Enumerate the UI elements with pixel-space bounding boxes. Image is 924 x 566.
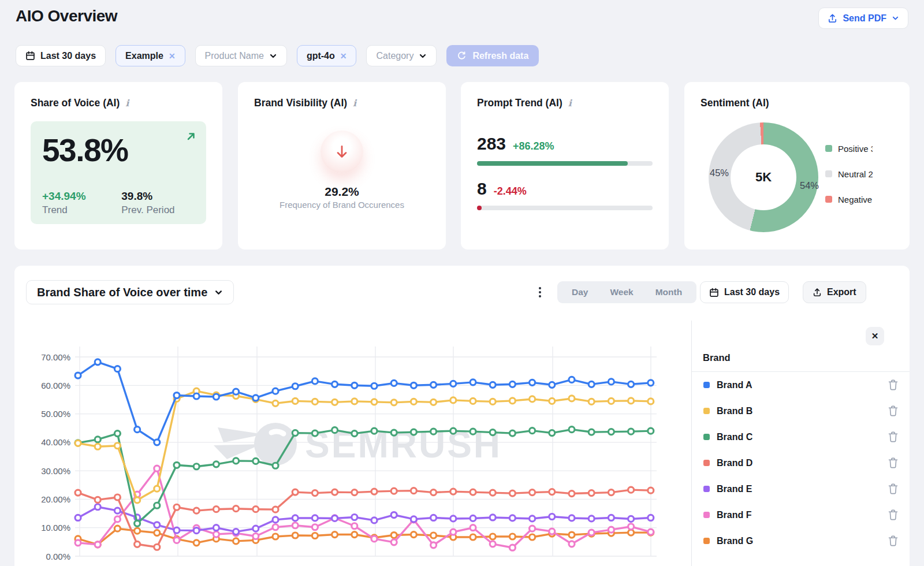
- neutral-percent-label: 45%: [710, 167, 729, 178]
- sentiment-total: 5K: [755, 170, 772, 185]
- product-name-dropdown[interactable]: Product Name: [195, 45, 287, 66]
- chevron-down-icon: [419, 52, 427, 60]
- delete-brand-button[interactable]: [888, 431, 898, 442]
- share-of-voice-card: Share of Voice (AI) i 53.8% +34.94% Tren…: [14, 82, 222, 250]
- chart-title-dropdown[interactable]: Brand Share of Voice over time: [26, 280, 234, 304]
- filter-chip-example[interactable]: Example ✕: [116, 45, 185, 66]
- brand-color-dot: [703, 512, 710, 518]
- trend-up-arrow-icon: [185, 131, 197, 144]
- chart-date-range-label: Last 30 days: [724, 287, 780, 297]
- legend-item-negative: Negative 3: [825, 193, 873, 206]
- delete-brand-button[interactable]: [888, 483, 898, 494]
- category-placeholder: Category: [376, 51, 413, 61]
- refresh-data-button[interactable]: Refresh data: [446, 45, 539, 66]
- send-pdf-label: Send PDF: [843, 13, 886, 24]
- brand-row: Brand E: [692, 476, 910, 502]
- export-label: Export: [827, 287, 856, 297]
- prev-period-label: Prev. Period: [121, 204, 174, 216]
- filter-bar: Last 30 days Example ✕ Product Name gpt-…: [16, 45, 539, 66]
- prompt-trend-card: Prompt Trend (AI) i 283 +86.28% 8 -2.44%: [461, 82, 669, 250]
- brand-row: Brand A: [692, 372, 910, 398]
- product-name-placeholder: Product Name: [205, 51, 264, 61]
- legend-label: Negative 3: [838, 195, 873, 204]
- tab-day[interactable]: Day: [561, 287, 599, 297]
- info-icon[interactable]: i: [568, 98, 572, 109]
- legend-item-positive: Positive 3: [825, 142, 873, 155]
- share-of-voice-value: 53.8%: [42, 132, 195, 169]
- neutral-dot: [825, 170, 832, 177]
- svg-text:20.00%: 20.00%: [41, 494, 70, 504]
- brand-color-dot: [703, 434, 710, 440]
- tab-week[interactable]: Week: [599, 287, 644, 297]
- svg-text:60.00%: 60.00%: [41, 381, 70, 390]
- info-icon[interactable]: i: [353, 98, 356, 109]
- remove-chip-icon[interactable]: ✕: [169, 51, 176, 61]
- calendar-icon: [709, 288, 719, 297]
- positive-dot: [825, 145, 832, 152]
- card-title: Prompt Trend (AI): [477, 97, 562, 109]
- trash-icon: [888, 509, 898, 520]
- brand-color-dot: [703, 538, 710, 544]
- chart-date-range-button[interactable]: Last 30 days: [700, 281, 789, 303]
- brand-visibility-card: Brand Visibility (AI) i 29.2% Frequency …: [238, 82, 446, 250]
- share-of-voice-tile: 53.8% +34.94% Trend 39.8% Prev. Period: [31, 121, 206, 224]
- category-dropdown[interactable]: Category: [366, 45, 437, 66]
- brand-color-dot: [703, 460, 710, 466]
- svg-text:10.00%: 10.00%: [41, 523, 70, 533]
- prompt-progress-bar-down: [477, 206, 653, 210]
- send-pdf-button[interactable]: Send PDF: [818, 8, 908, 29]
- close-panel-button[interactable]: ✕: [866, 327, 884, 345]
- visibility-value: 29.2%: [238, 185, 446, 199]
- chart-title: Brand Share of Voice over time: [37, 286, 207, 299]
- series-brand-e: [75, 504, 654, 535]
- brand-list: Brand ABrand BBrand CBrand DBrand EBrand…: [692, 372, 910, 554]
- prompt-count-value: 283: [477, 134, 506, 154]
- delete-brand-button[interactable]: [888, 457, 898, 468]
- trash-icon: [888, 483, 898, 494]
- delete-brand-button[interactable]: [888, 535, 898, 546]
- share-of-voice-line-chart: 0.00%10.00%20.00%30.00%40.00%50.00%60.00…: [14, 321, 691, 566]
- trash-icon: [888, 405, 898, 416]
- info-icon[interactable]: i: [125, 98, 129, 109]
- brand-row: Brand C: [692, 424, 910, 450]
- brand-color-dot: [703, 408, 710, 414]
- page-title: AIO Overview: [16, 7, 117, 25]
- trash-icon: [888, 379, 898, 390]
- tab-month[interactable]: Month: [644, 287, 693, 297]
- date-range-label: Last 30 days: [40, 51, 96, 61]
- granularity-toggle: Day Week Month: [557, 281, 696, 303]
- chart-menu-kebab-icon[interactable]: [533, 284, 547, 301]
- negative-dot: [825, 196, 832, 203]
- brand-panel-header: Brand: [703, 352, 731, 363]
- card-title: Sentiment (AI): [701, 97, 769, 109]
- trash-icon: [888, 457, 898, 468]
- prompt-count2-value: 8: [477, 179, 487, 199]
- brand-color-dot: [703, 486, 710, 492]
- chevron-down-icon: [269, 52, 277, 60]
- delete-brand-button[interactable]: [888, 379, 898, 390]
- brand-label: Brand G: [717, 536, 888, 546]
- card-title: Share of Voice (AI): [31, 97, 120, 109]
- delete-brand-button[interactable]: [888, 509, 898, 520]
- brand-row: Brand F: [692, 502, 910, 528]
- legend-label: Positive 3: [838, 144, 873, 154]
- visibility-down-badge: [321, 131, 363, 173]
- brand-label: Brand D: [717, 458, 888, 468]
- arrow-down-icon: [333, 143, 351, 161]
- filter-chip-gpt4o[interactable]: gpt-4o ✕: [297, 45, 357, 66]
- delete-brand-button[interactable]: [888, 405, 898, 416]
- prev-period-value: 39.8%: [121, 190, 174, 203]
- remove-chip-icon[interactable]: ✕: [340, 51, 347, 61]
- brand-label: Brand A: [717, 380, 888, 390]
- visibility-caption: Frequency of Brand Occurences: [238, 200, 446, 210]
- trash-icon: [888, 431, 898, 442]
- sentiment-card: Sentiment (AI) 5K 45% 54% Positive 3 Neu…: [684, 82, 910, 250]
- prompt-count-change: +86.28%: [513, 140, 554, 152]
- brand-color-dot: [703, 382, 710, 388]
- svg-text:70.00%: 70.00%: [41, 352, 70, 362]
- export-button[interactable]: Export: [803, 281, 866, 303]
- chevron-down-icon: [892, 14, 899, 22]
- upload-icon: [828, 13, 837, 23]
- trend-value: +34.94%: [42, 190, 121, 203]
- date-range-button[interactable]: Last 30 days: [16, 45, 106, 66]
